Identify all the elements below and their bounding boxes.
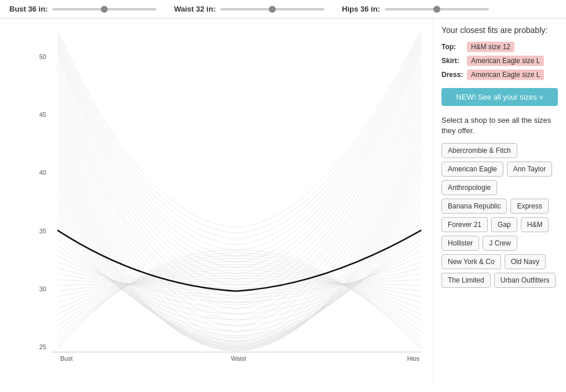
shop-buttons: Abercrombie & Fitch American Eagle Ann T…: [441, 143, 558, 288]
waist-slider[interactable]: [220, 8, 324, 10]
hips-label: Hips 36 in:: [342, 5, 380, 13]
closest-fits-title: Your closest fits are probably:: [441, 25, 558, 35]
shop-btn-urban-outfitters[interactable]: Urban Outfitters: [494, 273, 556, 288]
svg-text:40: 40: [39, 169, 46, 176]
bust-control: Bust 36 in:: [9, 5, 156, 13]
shop-btn-jcrew[interactable]: J Crew: [483, 236, 517, 251]
fit-row-dress: Dress: American Eagle size L: [441, 69, 558, 80]
shop-btn-banana-republic[interactable]: Banana Republic: [441, 199, 507, 214]
shop-btn-newyorkco[interactable]: New York & Co: [441, 254, 501, 269]
fit-row-skirt: Skirt: American Eagle size L: [441, 56, 558, 66]
fit-row-top: Top: H&M size 12: [441, 42, 558, 52]
shop-btn-american-eagle[interactable]: American Eagle: [441, 162, 503, 177]
svg-text:30: 30: [39, 285, 46, 292]
shop-btn-oldnavy[interactable]: Old Navy: [505, 254, 546, 269]
shop-btn-anthropologie[interactable]: Anthropologie: [441, 180, 497, 195]
shop-btn-hm[interactable]: H&M: [521, 217, 549, 232]
waist-value: 32 in:: [196, 5, 216, 13]
shop-btn-forever21[interactable]: Forever 21: [441, 217, 488, 232]
svg-text:Hips: Hips: [407, 355, 420, 361]
waist-control: Waist 32 in:: [174, 5, 324, 13]
shop-btn-gap[interactable]: Gap: [491, 217, 517, 232]
bust-value: 36 in:: [28, 5, 48, 13]
hips-slider-thumb[interactable]: [433, 6, 440, 13]
svg-text:45: 45: [39, 111, 46, 118]
shop-btn-abercrombie[interactable]: Abercrombie & Fitch: [441, 143, 517, 158]
see-all-button[interactable]: NEW! See all your sizes »: [441, 88, 558, 106]
chart-area: 25 30 35 40 45 50 Bust Waist Hips: [0, 19, 433, 384]
shop-btn-hollister[interactable]: Hollister: [441, 236, 479, 251]
svg-text:Bust: Bust: [60, 355, 73, 361]
bust-slider[interactable]: [52, 8, 156, 10]
svg-text:25: 25: [39, 343, 46, 350]
bust-slider-thumb[interactable]: [101, 6, 108, 13]
hips-slider[interactable]: [385, 8, 489, 10]
main-content: 25 30 35 40 45 50 Bust Waist Hips: [0, 19, 566, 384]
svg-text:50: 50: [39, 53, 46, 60]
shop-btn-express[interactable]: Express: [510, 199, 548, 214]
shop-btn-thelimited[interactable]: The Limited: [441, 273, 491, 288]
right-panel: Your closest fits are probably: Top: H&M…: [433, 19, 566, 384]
waist-slider-thumb[interactable]: [269, 6, 276, 13]
chart-svg: 25 30 35 40 45 50 Bust Waist Hips: [29, 24, 427, 361]
waist-label: Waist 32 in:: [174, 5, 216, 13]
bust-label: Bust 36 in:: [9, 5, 48, 13]
controls-bar: Bust 36 in: Waist 32 in: Hips 36 in:: [0, 0, 566, 19]
hips-value: 36 in:: [360, 5, 380, 13]
fit-badge-top: H&M size 12: [467, 42, 514, 52]
fit-label-skirt: Skirt:: [441, 57, 463, 65]
shop-btn-ann-taylor[interactable]: Ann Taylor: [507, 162, 552, 177]
fit-label-dress: Dress:: [441, 71, 463, 79]
select-shop-title: Select a shop to see all the sizes they …: [441, 115, 558, 136]
svg-text:35: 35: [39, 228, 46, 235]
hips-control: Hips 36 in:: [342, 5, 489, 13]
fit-label-top: Top:: [441, 43, 463, 51]
svg-text:Waist: Waist: [231, 355, 246, 361]
fit-badge-skirt: American Eagle size L: [467, 56, 544, 66]
fit-badge-dress: American Eagle size L: [467, 69, 544, 80]
